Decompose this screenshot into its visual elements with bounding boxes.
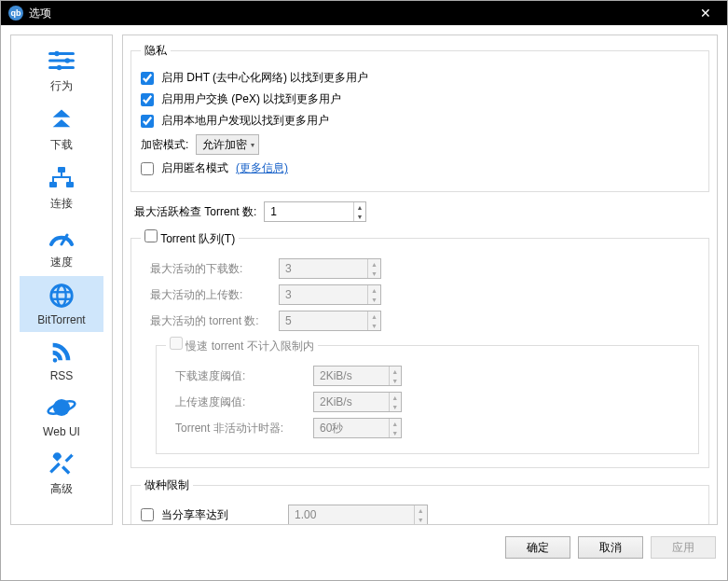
sidebar-item-label: 下载 (50, 137, 73, 153)
max-downloads-spinbox: ▲▼ (279, 258, 381, 279)
chevron-down-icon: ▾ (251, 141, 254, 149)
ul-threshold-input (314, 394, 389, 410)
window-title: 选项 (29, 6, 692, 21)
more-info-link[interactable]: (更多信息) (236, 160, 288, 176)
sidebar-item-downloads[interactable]: 下载 (20, 100, 103, 159)
arrow-up-icon: ▲ (354, 202, 366, 212)
sidebar-item-speed[interactable]: 速度 (20, 217, 103, 276)
privacy-legend: 隐私 (141, 43, 171, 59)
cancel-button[interactable]: 取消 (578, 536, 643, 559)
gauge-icon (47, 221, 76, 253)
max-uploads-input (280, 286, 367, 303)
spinner-arrows[interactable]: ▲▼ (353, 202, 366, 221)
download-icon (48, 104, 76, 135)
svg-point-3 (54, 51, 60, 57)
sliders-icon (48, 45, 76, 76)
max-downloads-input (280, 260, 367, 277)
svg-point-11 (57, 285, 65, 307)
ratio-input (289, 506, 414, 523)
sidebar-item-webui[interactable]: Web UI (20, 388, 103, 444)
svg-point-5 (57, 65, 62, 71)
max-active-spinbox: ▲▼ (279, 311, 381, 331)
ratio-spinbox: ▲▼ (288, 505, 428, 525)
privacy-group: 隐私 启用 DHT (去中心化网络) 以找到更多用户 启用用户交换 (PeX) … (130, 43, 709, 192)
sidebar-item-label: 速度 (50, 255, 73, 270)
queue-enable-checkbox[interactable] (144, 229, 158, 242)
encryption-select[interactable]: 允许加密 ▾ (196, 134, 259, 155)
settings-panel[interactable]: 隐私 启用 DHT (去中心化网络) 以找到更多用户 启用用户交换 (PeX) … (122, 35, 718, 525)
pex-checkbox[interactable] (141, 93, 154, 106)
planet-icon (47, 392, 76, 423)
dht-label: 启用 DHT (去中心化网络) 以找到更多用户 (161, 70, 368, 86)
inactivity-label: Torrent 非活动计时器: (175, 421, 306, 436)
rss-icon (48, 336, 76, 367)
active-check-input[interactable] (265, 203, 352, 220)
lsd-checkbox[interactable] (141, 115, 154, 128)
sidebar-item-label: 高级 (50, 481, 73, 497)
tools-icon (48, 448, 76, 479)
dl-threshold-input (314, 367, 389, 384)
ul-threshold-label: 上传速度阈值: (175, 394, 306, 410)
pex-label: 启用用户交换 (PeX) 以找到更多用户 (161, 91, 341, 107)
sidebar-item-bittorrent[interactable]: BitTorrent (20, 276, 103, 332)
svg-rect-7 (49, 182, 57, 187)
arrow-down-icon: ▼ (354, 212, 366, 221)
apply-button: 应用 (651, 536, 716, 559)
ratio-label: 当分享率达到 (161, 507, 281, 523)
svg-rect-6 (58, 167, 65, 173)
sidebar-item-label: RSS (50, 369, 74, 382)
seed-limits-legend: 做种限制 (141, 477, 193, 493)
seed-limits-group: 做种限制 当分享率达到 ▲▼ 达到总做种时间时 ▲▼ 达到不活跃做种时间 (130, 477, 709, 525)
sidebar-item-label: BitTorrent (37, 313, 85, 326)
ok-button[interactable]: 确定 (505, 536, 570, 559)
inactivity-spinbox: ▲▼ (313, 418, 402, 438)
encryption-value: 允许加密 (202, 137, 247, 153)
queue-group: Torrent 队列(T) 最大活动的下载数: ▲▼ 最大活动的上传数: ▲▼ … (130, 229, 709, 468)
active-check-label: 最大活跃检查 Torrent 数: (134, 204, 256, 220)
slow-enable-checkbox (170, 337, 183, 350)
globe-icon (47, 280, 76, 311)
ul-threshold-spinbox: ▲▼ (313, 392, 402, 412)
settings-sidebar: 行为 下载 连接 速度 BitTorrent (10, 35, 113, 525)
network-icon (47, 162, 76, 194)
title-bar: qb 选项 ✕ (1, 1, 727, 25)
max-downloads-label: 最大活动的下载数: (150, 261, 271, 277)
content-area: 行为 下载 连接 速度 BitTorrent (1, 25, 727, 529)
inactivity-input (314, 420, 389, 436)
max-uploads-spinbox: ▲▼ (279, 284, 381, 305)
app-logo: qb (8, 6, 23, 21)
queue-enable-label: Torrent 队列(T) (160, 232, 235, 245)
slow-legend: 慢速 torrent 不计入限制内 (185, 339, 313, 353)
lsd-label: 启用本地用户发现以找到更多用户 (161, 113, 329, 129)
anonymous-label: 启用匿名模式 (161, 160, 228, 176)
encryption-label: 加密模式: (141, 137, 188, 153)
max-uploads-label: 最大活动的上传数: (150, 287, 271, 303)
ratio-checkbox[interactable] (141, 508, 154, 521)
sidebar-item-label: 连接 (50, 196, 73, 212)
slow-torrents-group: 慢速 torrent 不计入限制内 下载速度阈值: ▲▼ 上传速度阈值: ▲▼ (156, 337, 699, 454)
sidebar-item-label: Web UI (43, 425, 80, 438)
sidebar-item-behavior[interactable]: 行为 (20, 41, 103, 100)
dl-threshold-spinbox: ▲▼ (313, 366, 402, 386)
close-icon[interactable]: ✕ (692, 6, 720, 21)
dht-checkbox[interactable] (141, 72, 154, 85)
svg-point-10 (51, 285, 73, 307)
dialog-footer: 确定 取消 应用 (1, 529, 727, 566)
svg-point-4 (65, 58, 71, 63)
sidebar-item-label: 行为 (50, 78, 73, 94)
dl-threshold-label: 下载速度阈值: (175, 368, 306, 384)
svg-rect-8 (66, 182, 74, 187)
anonymous-checkbox[interactable] (141, 162, 154, 175)
max-active-input (280, 312, 367, 329)
sidebar-item-connection[interactable]: 连接 (20, 159, 103, 217)
max-active-label: 最大活动的 torrent 数: (150, 313, 271, 329)
sidebar-item-advanced[interactable]: 高级 (20, 444, 103, 503)
sidebar-item-rss[interactable]: RSS (20, 332, 103, 388)
active-check-spinbox[interactable]: ▲▼ (264, 201, 366, 222)
